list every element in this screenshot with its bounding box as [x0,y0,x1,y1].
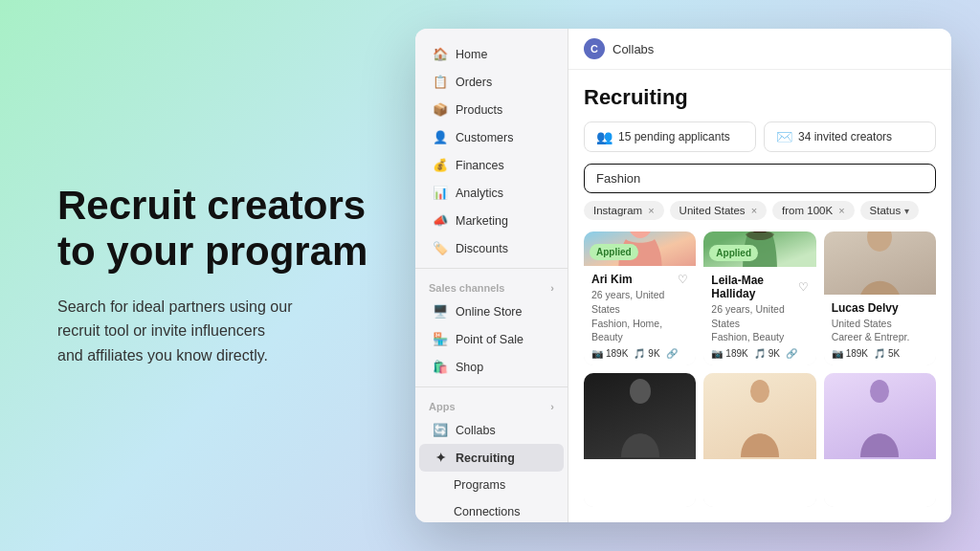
creator-image-5 [824,373,936,459]
sidebar-item-discounts[interactable]: 🏷️ Discounts [419,234,564,262]
creator-silhouette-5 [856,376,903,457]
recruiting-icon: ✦ [433,451,448,465]
pending-stat[interactable]: 👥 15 pending applicants [584,121,756,152]
pos-icon: 🏪 [433,332,448,346]
applied-badge-0: Applied [590,244,638,260]
filter-instagram-label: Instagram [593,205,642,216]
card-stats-1: 📷 189K 🎵 9K 🔗 [711,348,808,359]
sidebar-item-marketing[interactable]: 📣 Marketing [419,207,564,234]
filter-us-remove[interactable]: × [751,205,757,216]
search-value: Fashion [596,171,640,186]
heart-icon-1[interactable]: ♡ [798,280,809,294]
creator-meta-1: 26 years, United StatesFashion, Beauty [711,302,808,344]
sidebar-item-programs[interactable]: Programs [419,472,564,498]
sidebar-item-online-store[interactable]: 🖥️ Online Store [419,298,564,325]
card-info-2: Lucas Delvy United StatesCareer & Entrep… [824,295,936,365]
sidebar-item-orders[interactable]: 📋 Orders [419,68,564,96]
card-info-3 [584,459,696,507]
pending-icon: 👥 [596,129,612,144]
sidebar-item-products[interactable]: 📦 Products [419,96,564,123]
app-logo: C [584,38,605,59]
apps-expand-icon: › [550,401,554,412]
card-stats-2: 📷 189K 🎵 5K [832,348,928,359]
tiktok-count-2: 5K [888,348,900,359]
sidebar-label-shop: Shop [456,361,483,374]
creator-image-2 [824,231,936,295]
orders-icon: 📋 [433,75,448,89]
hero-subtitle: Search for ideal partners using ourrecru… [57,295,421,368]
sidebar-label-analytics: Analytics [456,187,503,200]
sidebar: 🏠 Home 📋 Orders 📦 Products 👤 Customers 💰… [415,29,568,522]
marketing-icon: 📣 [433,213,448,228]
tiktok-stat-2: 🎵 5K [874,348,900,359]
applied-badge-1: Applied [709,245,758,261]
tiktok-icon-2: 🎵 [874,348,885,359]
card-name-row-0: Ari Kim ♡ [591,273,688,286]
apps-label: Apps [429,401,456,412]
page-title: Recruiting [584,85,936,110]
hero-section: Recruit creatorsto your program Search f… [57,183,421,367]
filter-100k-remove[interactable]: × [838,205,844,216]
creator-card-3[interactable] [584,373,696,507]
filter-instagram-remove[interactable]: × [648,205,654,216]
sidebar-label-recruiting: Recruiting [456,452,515,465]
collabs-icon: 🔄 [433,423,448,437]
sidebar-item-home[interactable]: 🏠 Home [419,40,564,68]
filter-instagram[interactable]: Instagram × [584,201,664,220]
filter-us-label: United States [679,205,746,216]
pending-label: 15 pending applicants [618,130,730,143]
other-icon-0: 🔗 [666,348,678,359]
filter-united-states[interactable]: United States × [670,201,767,220]
creator-meta-2: United StatesCareer & Entrepr. [832,317,928,344]
other-icon-1: 🔗 [786,348,797,359]
finances-icon: 💰 [433,158,448,172]
tiktok-count-1: 9K [768,348,780,359]
app-window: 🏠 Home 📋 Orders 📦 Products 👤 Customers 💰… [415,29,951,522]
sidebar-label-connections: Connections [433,505,521,518]
sidebar-label-marketing: Marketing [456,214,508,228]
creator-silhouette-4 [736,376,784,457]
sales-channels-section: Sales channels › [415,275,568,298]
discounts-icon: 🏷️ [433,241,448,255]
instagram-stat-1: 📷 189K [711,348,747,359]
sidebar-item-analytics[interactable]: 📊 Analytics [419,179,564,207]
svg-point-3 [630,379,651,404]
filter-from100k[interactable]: from 100K × [772,201,855,220]
logo-text: C [590,43,598,55]
shop-icon: 🛍️ [433,360,448,374]
sidebar-label-programs: Programs [433,478,505,492]
sidebar-item-pos[interactable]: 🏪 Point of Sale [419,325,564,353]
sidebar-item-collabs[interactable]: 🔄 Collabs [419,416,564,444]
sidebar-item-recruiting[interactable]: ✦ Recruiting [419,444,564,472]
customers-icon: 👤 [433,130,448,144]
svg-point-2 [867,231,892,252]
card-name-row-1: Leila-Mae Halliday ♡ [711,274,808,300]
card-info-0: Ari Kim ♡ 26 years, United StatesFashion… [584,266,696,365]
creator-card-1[interactable]: Applied Leila-Mae Halliday ♡ 26 years, U… [703,231,815,365]
search-bar[interactable]: Fashion [584,164,936,193]
apps-section: Apps › [415,393,568,416]
sidebar-label-finances: Finances [456,159,504,172]
invited-label: 34 invited creators [798,130,892,143]
creator-silhouette-3 [616,376,664,457]
tiktok-icon-1: 🎵 [754,348,766,359]
card-name-row-2: Lucas Delvy [832,301,928,315]
filter-status[interactable]: Status ▾ [860,201,920,220]
creator-card-0[interactable]: Applied Ari Kim ♡ 26 years, United State… [584,231,696,365]
sidebar-label-pos: Point of Sale [456,333,523,346]
stats-row: 👥 15 pending applicants ✉️ 34 invited cr… [584,121,936,152]
sidebar-divider-2 [415,386,568,387]
creator-card-4[interactable] [703,373,815,507]
topbar-title: Collabs [612,42,654,56]
sidebar-item-shop[interactable]: 🛍️ Shop [419,353,564,381]
sidebar-item-customers[interactable]: 👤 Customers [419,123,564,151]
creator-card-5[interactable] [824,373,936,507]
sidebar-item-connections[interactable]: Connections [419,498,564,522]
sidebar-item-finances[interactable]: 💰 Finances [419,151,564,179]
invited-stat[interactable]: ✉️ 34 invited creators [764,121,936,152]
card-info-4 [703,459,815,507]
creator-image-1: Applied [703,231,815,267]
creator-card-2[interactable]: Lucas Delvy United StatesCareer & Entrep… [824,231,936,365]
filter-status-label: Status [870,205,902,216]
heart-icon-0[interactable]: ♡ [678,273,688,286]
